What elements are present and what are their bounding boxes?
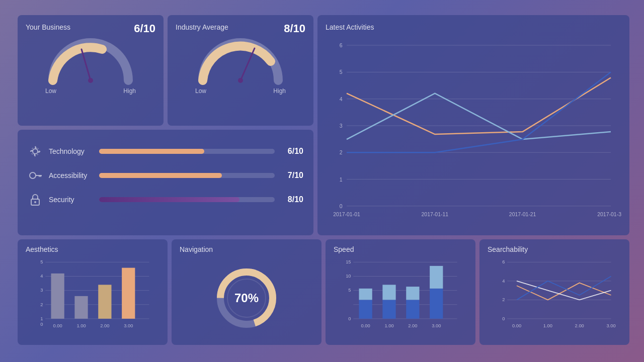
svg-text:2.00: 2.00 <box>575 323 584 328</box>
svg-line-2 <box>240 48 255 80</box>
your-business-gauge: Low High <box>26 35 155 95</box>
industry-low-label: Low <box>195 87 206 95</box>
speed-bar-top-3 <box>430 266 443 289</box>
speed-chart: 15 10 5 0 0.00 1 <box>334 257 467 333</box>
svg-text:0.00: 0.00 <box>361 323 370 328</box>
svg-text:1.00: 1.00 <box>384 323 393 328</box>
svg-line-0 <box>82 49 91 80</box>
speed-bar-bottom-2 <box>406 300 419 319</box>
industry-average-panel: Industry Average 8/10 Low High <box>168 15 313 126</box>
industry-high-label: High <box>273 87 286 95</box>
svg-text:10: 10 <box>346 274 351 279</box>
svg-text:3: 3 <box>340 123 343 129</box>
svg-text:0: 0 <box>502 316 505 321</box>
aesthetics-bar-3 <box>122 268 135 319</box>
svg-text:0.00: 0.00 <box>53 323 62 328</box>
svg-text:3: 3 <box>40 288 43 293</box>
svg-text:2.00: 2.00 <box>408 323 417 328</box>
latest-activities-title: Latest Activities <box>326 23 621 31</box>
svg-text:0: 0 <box>348 316 351 321</box>
speed-bar-bottom-1 <box>382 300 395 319</box>
svg-text:0: 0 <box>40 322 43 327</box>
gauge-svg-business <box>45 35 136 85</box>
technology-track <box>99 149 275 154</box>
key-icon <box>28 168 43 183</box>
your-business-score: 6/10 <box>134 22 155 35</box>
accessibility-bar-item: Accessibility 7/10 <box>28 168 303 183</box>
svg-text:1: 1 <box>40 316 43 321</box>
gauge-high-label: High <box>123 87 136 95</box>
speed-title: Speed <box>334 245 467 253</box>
svg-text:1.00: 1.00 <box>543 323 552 328</box>
svg-text:6: 6 <box>340 43 343 48</box>
industry-average-gauge: Low High <box>176 35 305 95</box>
security-score: 8/10 <box>281 195 303 204</box>
speed-bar-top-1 <box>382 285 395 300</box>
svg-text:2017-01-21: 2017-01-21 <box>509 212 536 217</box>
aesthetics-bar-1 <box>74 296 88 319</box>
svg-text:5: 5 <box>40 259 43 264</box>
svg-text:3.00: 3.00 <box>606 323 615 328</box>
aesthetics-bar-0 <box>51 274 64 319</box>
searchability-title: Searchability <box>488 245 621 253</box>
technology-bar-item: Technology 6/10 <box>28 144 303 159</box>
accessibility-score: 7/10 <box>281 171 303 180</box>
industry-average-gauge-labels: Low High <box>195 87 286 95</box>
latest-activities-chart: 6 5 4 3 2 1 0 2017-01-01 2017-01-11 2017… <box>326 35 621 227</box>
security-track <box>99 197 275 202</box>
lock-icon <box>28 192 43 207</box>
your-business-gauge-labels: Low High <box>45 87 136 95</box>
svg-text:4: 4 <box>502 279 505 284</box>
aesthetics-panel: Aesthetics 5 4 3 2 1 0 <box>18 239 168 345</box>
security-bar-item: Security 8/10 <box>28 192 303 207</box>
svg-point-1 <box>88 78 93 83</box>
latest-activities-panel: Latest Activities 6 5 4 3 2 1 0 2017-01-… <box>317 15 629 235</box>
gauge-low-label: Low <box>45 87 56 95</box>
svg-text:6: 6 <box>502 259 505 264</box>
speed-bar-top-2 <box>406 287 419 300</box>
aesthetics-bar-2 <box>98 285 111 319</box>
svg-text:2.00: 2.00 <box>100 323 109 328</box>
aesthetics-chart: 5 4 3 2 1 0 0.00 1.00 2.00 3.00 <box>26 257 159 333</box>
accessibility-fill <box>99 173 222 178</box>
industry-average-score: 8/10 <box>284 22 305 35</box>
speed-bar-top-0 <box>359 289 372 300</box>
svg-text:5: 5 <box>348 288 351 293</box>
svg-point-29 <box>34 201 36 203</box>
your-business-panel: Your Business 6/10 Low High <box>18 15 164 126</box>
searchability-chart: 6 4 2 0 0.00 1.00 2.00 3.00 <box>488 257 621 333</box>
speed-bar-bottom-0 <box>359 300 372 319</box>
svg-text:2017-01-01: 2017-01-01 <box>333 212 360 217</box>
svg-text:2017-01-31: 2017-01-31 <box>597 212 621 217</box>
security-fill <box>99 197 239 202</box>
svg-point-3 <box>238 78 243 83</box>
svg-text:1: 1 <box>340 177 343 183</box>
searchability-panel: Searchability 6 4 2 0 <box>479 239 629 345</box>
technology-fill <box>99 149 204 154</box>
svg-text:3.00: 3.00 <box>124 323 133 328</box>
svg-text:4: 4 <box>340 97 343 102</box>
svg-text:2017-01-11: 2017-01-11 <box>422 212 449 217</box>
speed-bar-bottom-3 <box>430 289 443 319</box>
accessibility-track <box>99 173 275 178</box>
accessibility-label: Accessibility <box>49 171 99 179</box>
aesthetics-title: Aesthetics <box>26 245 159 253</box>
speed-panel: Speed 15 10 5 0 <box>326 239 475 345</box>
svg-text:5: 5 <box>340 70 343 75</box>
navigation-percent: 70% <box>234 291 259 305</box>
svg-text:4: 4 <box>40 274 43 279</box>
navigation-title: Navigation <box>180 245 313 253</box>
technology-score: 6/10 <box>281 147 303 156</box>
gauge-svg-industry <box>195 35 286 85</box>
svg-text:0.00: 0.00 <box>512 323 521 328</box>
svg-text:3.00: 3.00 <box>432 323 441 328</box>
technology-label: Technology <box>49 147 99 155</box>
svg-text:2: 2 <box>340 150 343 155</box>
metrics-panel: Technology 6/10 Accessibility 7/10 <box>18 130 313 235</box>
svg-text:0: 0 <box>340 204 343 209</box>
svg-point-24 <box>30 172 36 178</box>
gear-icon <box>28 144 43 159</box>
svg-text:15: 15 <box>346 259 351 264</box>
svg-text:2: 2 <box>40 302 43 307</box>
navigation-panel: Navigation 70% <box>172 239 321 345</box>
